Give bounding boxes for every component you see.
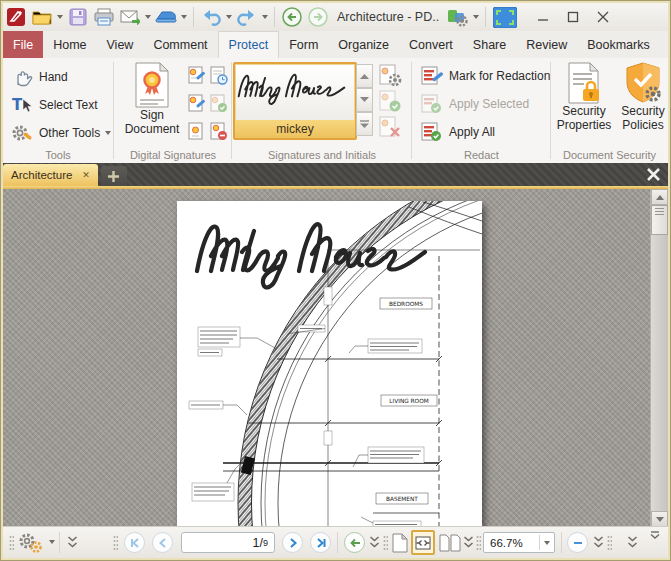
document-tab-architecture[interactable]: Architecture ✕ — [3, 164, 98, 186]
email-dropdown-caret[interactable] — [145, 15, 151, 19]
tab-bookmarks[interactable]: Bookmarks — [577, 31, 660, 58]
scroll-down-button[interactable] — [651, 511, 668, 527]
zoom-level-combobox[interactable]: 66.7% — [483, 532, 555, 553]
certify-sign-icon[interactable] — [188, 66, 206, 86]
undo-button[interactable] — [199, 5, 223, 29]
security-policies-label-1: Security — [621, 104, 664, 118]
status-options-button[interactable] — [17, 532, 43, 554]
security-policies-button[interactable]: Security Policies — [615, 62, 671, 132]
signature-name-label: mickey — [235, 120, 355, 138]
previous-page-button[interactable] — [152, 532, 173, 553]
signature-more-button[interactable] — [356, 112, 373, 136]
ribbon-protect: Hand T Select Text Other Tools Tools Sig… — [3, 58, 668, 164]
open-file-button[interactable] — [30, 5, 54, 29]
signature-stamp-mickey[interactable]: mickey — [233, 62, 357, 140]
sign-label-2: Document — [125, 122, 180, 136]
first-page-button[interactable] — [124, 532, 145, 553]
previous-view-button[interactable] — [344, 532, 365, 553]
close-button[interactable] — [588, 5, 618, 29]
sign-document-button[interactable]: Sign Document — [121, 62, 183, 136]
redo-button[interactable] — [235, 5, 259, 29]
status-options-caret[interactable] — [49, 540, 55, 544]
redo-dropdown-caret[interactable] — [262, 15, 268, 19]
ui-options-caret[interactable] — [473, 15, 479, 19]
tab-protect[interactable]: Protect — [218, 31, 280, 58]
open-dropdown-caret[interactable] — [57, 15, 63, 19]
minimize-button[interactable] — [528, 5, 558, 29]
expand-toolbar-icon[interactable] — [627, 536, 638, 550]
maximize-button[interactable] — [558, 5, 588, 29]
email-button[interactable] — [118, 5, 142, 29]
signature-properties-icon[interactable] — [188, 122, 206, 142]
select-text-button[interactable]: T Select Text — [11, 94, 97, 116]
sign-again-icon[interactable] — [188, 94, 206, 114]
status-bar: 1/9 66.7% — [3, 526, 668, 558]
signature-delete-icon[interactable] — [378, 116, 402, 140]
group-label-digital-signatures: Digital Signatures — [115, 149, 231, 161]
tab-home[interactable]: Home — [43, 31, 96, 58]
fit-width-button[interactable] — [411, 530, 435, 555]
security-properties-button[interactable]: Security Properties — [555, 62, 613, 132]
signature-apply-icon[interactable] — [378, 90, 402, 114]
document-canvas[interactable]: BEDROOMS LIVING ROOM BASEMENT — [3, 189, 668, 527]
tab-form[interactable]: Form — [279, 31, 328, 58]
statusbar-corner-expand-icon[interactable] — [649, 531, 661, 541]
expand-toolbar-icon[interactable] — [369, 536, 380, 550]
ui-options-icon[interactable] — [446, 5, 470, 29]
new-document-tab-button[interactable] — [101, 166, 127, 186]
undo-dropdown-caret[interactable] — [226, 15, 232, 19]
room-label-bedrooms: BEDROOMS — [389, 301, 423, 307]
expand-toolbar-icon[interactable] — [593, 536, 604, 550]
close-all-documents-button[interactable] — [647, 163, 668, 186]
tab-organize[interactable]: Organize — [328, 31, 399, 58]
tab-view[interactable]: View — [97, 31, 144, 58]
expand-toolbar-icon[interactable] — [67, 536, 78, 550]
security-properties-icon — [566, 62, 602, 104]
apply-all-button[interactable]: Apply All — [421, 121, 495, 143]
toolbar-grip[interactable] — [607, 535, 612, 551]
remove-signature-icon[interactable] — [210, 122, 228, 142]
two-page-view-button[interactable] — [439, 534, 461, 552]
status-separator — [337, 532, 338, 553]
tab-share[interactable]: Share — [463, 31, 516, 58]
timestamp-icon[interactable] — [210, 66, 228, 86]
single-page-view-button[interactable] — [392, 533, 408, 553]
signature-options-icon[interactable] — [378, 64, 402, 88]
tab-help[interactable]: Help — [660, 31, 671, 58]
vertical-scrollbar[interactable] — [650, 189, 668, 527]
tab-convert[interactable]: Convert — [399, 31, 463, 58]
apply-selected-button[interactable]: Apply Selected — [421, 93, 529, 115]
signature-scroll-up-button[interactable] — [356, 64, 373, 88]
tab-review[interactable]: Review — [516, 31, 577, 58]
security-policies-icon — [624, 62, 662, 104]
toolbar-grip[interactable] — [476, 535, 481, 551]
history-forward-button[interactable] — [306, 5, 330, 29]
tab-comment[interactable]: Comment — [143, 31, 217, 58]
next-page-button[interactable] — [282, 532, 303, 553]
scrollbar-thumb[interactable] — [651, 205, 668, 235]
toolbar-grip[interactable] — [383, 535, 388, 551]
scanner-dropdown-caret[interactable] — [181, 15, 187, 19]
page-number-input[interactable]: 1/9 — [181, 532, 275, 553]
history-back-button[interactable] — [280, 5, 304, 29]
toolbar-grip[interactable] — [113, 535, 118, 551]
signature-scroll-down-button[interactable] — [356, 88, 373, 112]
hand-icon — [13, 67, 33, 87]
close-document-tab-icon[interactable]: ✕ — [82, 170, 90, 180]
other-tools-button[interactable]: Other Tools — [11, 122, 113, 144]
scanner-button[interactable] — [154, 5, 178, 29]
validate-signatures-icon[interactable] — [210, 94, 228, 114]
mark-for-redaction-button[interactable]: Mark for Redaction — [421, 65, 550, 87]
toolbar-grip[interactable] — [9, 535, 14, 551]
tab-file[interactable]: File — [3, 31, 43, 58]
print-button[interactable] — [92, 5, 116, 29]
save-button[interactable] — [66, 5, 90, 29]
select-text-icon: T — [11, 95, 33, 115]
last-page-button[interactable] — [310, 532, 331, 553]
scroll-up-button[interactable] — [651, 189, 668, 205]
pdf-page[interactable]: BEDROOMS LIVING ROOM BASEMENT — [177, 201, 482, 527]
zoom-out-button[interactable] — [567, 532, 588, 553]
fullscreen-button[interactable] — [491, 5, 519, 29]
hand-tool-button[interactable]: Hand — [13, 66, 68, 88]
expand-toolbar-icon[interactable] — [463, 536, 474, 550]
